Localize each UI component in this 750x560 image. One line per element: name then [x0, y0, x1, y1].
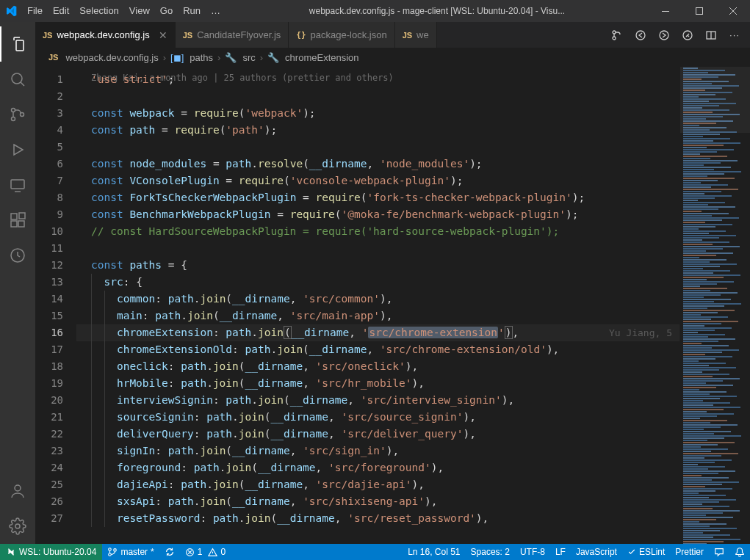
code-line[interactable]: const paths = {	[76, 257, 679, 274]
code-line[interactable]: const node_modules = path.resolve(__dirn…	[76, 156, 679, 172]
code-line[interactable]: signIn: path.join(__dirname, 'src/sign_i…	[76, 443, 679, 459]
code-line[interactable]: interviewSignin: path.join(__dirname, 's…	[76, 392, 679, 409]
svg-point-16	[636, 31, 645, 40]
code-line[interactable]: main: path.join(__dirname, 'src/main-app…	[76, 308, 679, 324]
notifications-icon[interactable]	[729, 544, 750, 560]
code-line[interactable]: const BenchmarkWebpackPlugin = require('…	[76, 206, 679, 223]
remote-explorer-icon[interactable]	[0, 167, 35, 203]
line-number: 22	[35, 426, 63, 443]
language-mode[interactable]: JavaScript	[571, 544, 622, 560]
cursor-position[interactable]: Ln 16, Col 51	[403, 544, 465, 560]
toggle-git-icon[interactable]	[609, 29, 625, 41]
line-number: 18	[35, 358, 63, 375]
git-blame-lens: Yu Jiang, 5	[609, 324, 672, 341]
maximize-button[interactable]	[682, 0, 716, 22]
tab[interactable]: JS we	[395, 22, 437, 48]
breadcrumb[interactable]: JS webpack.dev.config.js › [◼] paths › 🔧…	[35, 48, 750, 67]
code-line[interactable]: const path = require('path');	[76, 122, 679, 139]
run-forward-icon[interactable]	[656, 29, 672, 41]
more-actions-icon[interactable]: ···	[726, 29, 743, 40]
compass-icon[interactable]	[679, 29, 696, 41]
menu-go[interactable]: Go	[155, 0, 178, 22]
debug-icon[interactable]	[0, 132, 35, 167]
code-line[interactable]: resetPassword: path.join(__dirname, 'src…	[76, 510, 679, 527]
tab[interactable]: {} package-lock.json	[289, 22, 394, 48]
code-line[interactable]: // const HardSourceWebpackPlugin = requi…	[76, 223, 679, 240]
line-number: 5	[35, 139, 63, 156]
js-file-icon: JS	[43, 31, 52, 40]
breadcrumb-symbol: src	[242, 52, 255, 63]
settings-icon[interactable]	[0, 509, 35, 544]
code-line[interactable]: src: {	[76, 274, 679, 291]
minimap-viewport[interactable]	[680, 67, 750, 133]
menu-more[interactable]: …	[206, 0, 226, 22]
svg-point-2	[12, 73, 22, 84]
menu-edit[interactable]: Edit	[48, 0, 74, 22]
code-line[interactable]	[76, 240, 679, 257]
menu-run[interactable]: Run	[178, 0, 206, 22]
close-button[interactable]	[716, 0, 750, 22]
encoding-status[interactable]: UTF-8	[515, 544, 550, 560]
code-line[interactable]: chromeExtension: path.join(__dirname, 's…	[76, 324, 679, 341]
remote-indicator[interactable]: WSL: Ubuntu-20.04	[0, 544, 102, 560]
close-icon[interactable]: ✕	[159, 29, 167, 41]
breadcrumb-file: webpack.dev.config.js	[65, 52, 158, 63]
sync-indicator[interactable]	[159, 544, 180, 560]
menu-selection[interactable]: Selection	[74, 0, 123, 22]
svg-rect-0	[662, 11, 669, 12]
line-number: 10	[35, 223, 63, 240]
code-line[interactable]	[76, 139, 679, 156]
code-editor[interactable]: 1234567891011121314151617181920212223242…	[35, 67, 750, 544]
source-control-icon[interactable]	[0, 97, 35, 132]
indent-status[interactable]: Spaces: 2	[466, 544, 515, 560]
line-number: 26	[35, 493, 63, 510]
timeline-icon[interactable]	[0, 238, 35, 273]
line-number: 3	[35, 105, 63, 122]
svg-point-15	[613, 37, 616, 40]
feedback-icon[interactable]	[709, 544, 729, 560]
split-editor-icon[interactable]	[703, 29, 719, 41]
line-number: 8	[35, 189, 63, 206]
code-line[interactable]: deliverQuery: path.join(__dirname, 'src/…	[76, 426, 679, 443]
extensions-icon[interactable]	[0, 203, 35, 238]
code-line[interactable]: oneclick: path.join(__dirname, 'src/onec…	[76, 358, 679, 375]
line-number: 9	[35, 206, 63, 223]
code-line[interactable]: sourceSignin: path.join(__dirname, 'src/…	[76, 409, 679, 426]
code-line[interactable]: const ForkTsCheckerWebpackPlugin = requi…	[76, 189, 679, 206]
code-line[interactable]: dajieApi: path.join(__dirname, 'src/daji…	[76, 476, 679, 493]
explorer-icon[interactable]	[0, 26, 35, 62]
menu-bar: File Edit Selection View Go Run …	[22, 0, 226, 22]
code-line[interactable]: common: path.join(__dirname, 'src/common…	[76, 291, 679, 308]
prettier-status[interactable]: Prettier	[670, 544, 709, 560]
minimap[interactable]	[679, 67, 750, 544]
js-file-icon: JS	[183, 31, 192, 40]
problems-indicator[interactable]: 1 0	[180, 544, 231, 560]
window-controls	[649, 0, 750, 22]
tab[interactable]: JS CandidateFlyover.js	[176, 22, 289, 48]
code-line[interactable]: 'use strict';	[76, 71, 679, 88]
branch-indicator[interactable]: master*	[102, 544, 159, 560]
menu-file[interactable]: File	[22, 0, 48, 22]
eslint-status[interactable]: ESLint	[622, 544, 670, 560]
code-content[interactable]: Zhang Kai, a month ago | 25 authors (pre…	[76, 67, 679, 544]
code-line[interactable]: const webpack = require('webpack');	[76, 105, 679, 122]
line-number: 25	[35, 476, 63, 493]
code-line[interactable]	[76, 88, 679, 105]
tab-active[interactable]: JS webpack.dev.config.js ✕	[35, 22, 176, 48]
wrench-icon: 🔧	[267, 52, 279, 63]
accounts-icon[interactable]	[0, 473, 35, 509]
eol-status[interactable]: LF	[550, 544, 571, 560]
code-line[interactable]: sxsApi: path.join(__dirname, 'src/shixis…	[76, 493, 679, 510]
wrench-icon: 🔧	[225, 52, 237, 63]
line-number-gutter: 1234567891011121314151617181920212223242…	[35, 67, 76, 544]
code-line[interactable]: hrMobile: path.join(__dirname, 'src/hr_m…	[76, 375, 679, 392]
code-line[interactable]: chromeExtensionOld: path.join(__dirname,…	[76, 341, 679, 358]
search-icon[interactable]	[0, 62, 35, 97]
code-line[interactable]: const VConsolePlugin = require('vconsole…	[76, 172, 679, 189]
code-line[interactable]: foreground: path.join(__dirname, 'src/fo…	[76, 459, 679, 476]
minimize-button[interactable]	[649, 0, 682, 22]
line-number: 13	[35, 274, 63, 291]
line-number: 12	[35, 257, 63, 274]
run-back-icon[interactable]	[632, 29, 649, 41]
menu-view[interactable]: View	[124, 0, 155, 22]
